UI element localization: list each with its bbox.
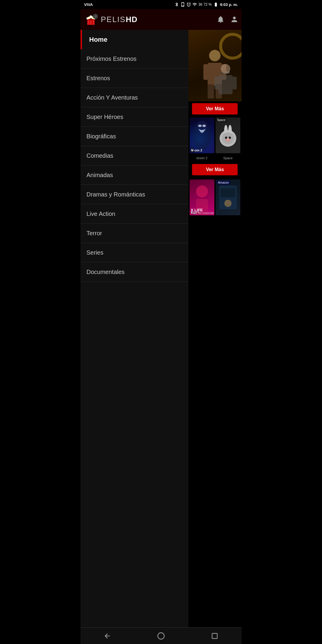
- signal-text: 36: [198, 2, 202, 7]
- hero-poster: [188, 30, 242, 101]
- alarm-icon: [186, 2, 191, 7]
- svg-rect-47: [212, 633, 217, 638]
- content-right: Ver Más enom 2: [188, 30, 242, 233]
- logo-text: PELIS HD: [101, 15, 137, 24]
- time-text: 9:03 p. m.: [220, 2, 238, 7]
- bottom-nav: [80, 627, 242, 644]
- header-actions: [216, 15, 239, 24]
- back-icon: [103, 632, 111, 640]
- recents-button[interactable]: [188, 628, 242, 644]
- svg-point-31: [198, 125, 202, 127]
- series-thumbs-row: X LIFE X LIFE TIME TO CHOOSE Amazon: [188, 178, 242, 216]
- sidebar-item-series[interactable]: Series: [80, 243, 188, 262]
- movie-thumbs-row: enom 2 V: [188, 116, 242, 154]
- logo-container: PELIS HD: [83, 12, 137, 27]
- svg-point-30: [196, 121, 207, 132]
- notification-icon[interactable]: [216, 15, 225, 24]
- home-button[interactable]: [134, 628, 188, 644]
- xlife-thumb[interactable]: X LIFE X LIFE TIME TO CHOOSE: [190, 179, 214, 215]
- header: PELIS HD: [80, 9, 242, 30]
- space-thumb[interactable]: Space: [216, 117, 240, 153]
- main-container: Home Próximos Estrenos Estrenos Acción Y…: [80, 30, 242, 644]
- content-area: Ver Más enom 2: [188, 30, 242, 644]
- sidebar-drawer: Home Próximos Estrenos Estrenos Acción Y…: [80, 30, 188, 644]
- sidebar-item-proximos-estrenos[interactable]: Próximos Estrenos: [80, 49, 188, 69]
- battery-text: 72 %: [204, 2, 212, 7]
- wifi-icon: [192, 2, 197, 7]
- venom-thumb[interactable]: enom 2 V: [190, 117, 214, 153]
- recents-icon: [211, 632, 219, 640]
- svg-point-41: [196, 185, 208, 197]
- svg-rect-2: [87, 19, 95, 20]
- svg-point-29: [193, 120, 211, 150]
- home-nav-icon: [157, 632, 165, 640]
- sidebar-item-estrenos[interactable]: Estrenos: [80, 69, 188, 88]
- svg-point-32: [202, 125, 206, 127]
- svg-point-40: [227, 138, 229, 140]
- svg-rect-20: [203, 64, 208, 80]
- sidebar-item-live-action[interactable]: Live Action: [80, 204, 188, 224]
- ver-mas-button-2[interactable]: Ver Más: [192, 164, 238, 175]
- app-logo-icon: [83, 12, 98, 27]
- svg-rect-28: [232, 77, 237, 89]
- sidebar-item-terror[interactable]: Terror: [80, 224, 188, 243]
- sidebar-item-accion[interactable]: Acción Y Aventuras: [80, 88, 188, 107]
- battery-icon: [213, 2, 219, 7]
- back-button[interactable]: [80, 628, 134, 644]
- svg-point-25: [221, 64, 230, 74]
- svg-rect-44: [220, 188, 235, 197]
- svg-rect-27: [214, 77, 219, 89]
- svg-point-9: [86, 17, 89, 19]
- sidebar-item-home[interactable]: Home: [80, 30, 188, 49]
- sidebar-item-comedias[interactable]: Comedias: [80, 146, 188, 165]
- sidebar-item-animadas[interactable]: Animadas: [80, 165, 188, 185]
- sidebar-item-super-heroes[interactable]: Super Héroes: [80, 107, 188, 127]
- xlife-sub: TIME TO CHOOSE: [191, 212, 214, 215]
- svg-point-45: [224, 200, 231, 207]
- space-label: Space: [216, 118, 226, 122]
- amazon-figure: [216, 179, 240, 215]
- sidebar-item-documentales[interactable]: Documentales: [80, 262, 188, 282]
- movie-labels-row: enom 2 Space: [188, 154, 242, 162]
- sidebar-item-biograficas[interactable]: Biográficas: [80, 127, 188, 146]
- sidebar-item-dramas[interactable]: Dramas y Románticas: [80, 185, 188, 204]
- ver-mas-section-2: Ver Más: [188, 162, 242, 177]
- ver-mas-button-1[interactable]: Ver Más: [192, 103, 238, 114]
- profile-icon[interactable]: [230, 15, 239, 24]
- carrier-text: VIVA: [84, 2, 93, 7]
- phone-icon: [180, 2, 185, 7]
- venom-movie-label: enom 2: [190, 155, 214, 160]
- space-figure: [216, 117, 240, 153]
- status-bar: VIVA 36 72 % 9:03 p. m.: [80, 0, 242, 9]
- venom2-label: V: [190, 148, 194, 153]
- secondary-figure: [210, 58, 242, 101]
- space-movie-label: Space: [216, 155, 240, 160]
- ver-mas-section-1: Ver Más: [188, 101, 242, 116]
- svg-point-46: [158, 633, 164, 639]
- status-icons: 36 72 % 9:03 p. m.: [174, 2, 238, 7]
- svg-rect-26: [219, 75, 233, 94]
- bluetooth-icon: [174, 2, 179, 7]
- amazon-thumb[interactable]: Amazon: [216, 179, 240, 215]
